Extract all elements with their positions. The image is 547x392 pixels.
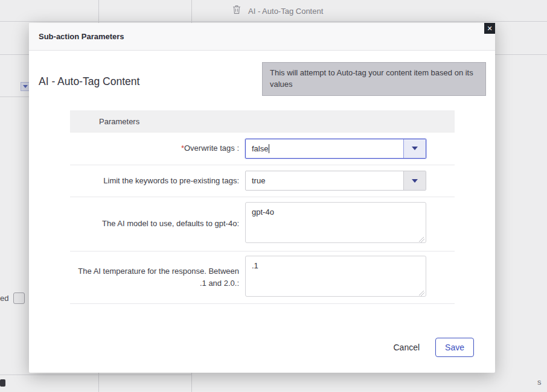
- dialog-header-title: Sub-action Parameters: [39, 32, 124, 41]
- field-label: The AI model to use, defaults to gpt-4o:: [70, 218, 239, 230]
- cancel-button[interactable]: Cancel: [393, 343, 420, 352]
- parameters-section-header: Parameters: [70, 110, 455, 133]
- dialog-footer: Cancel Save: [29, 338, 474, 357]
- parameters-section: Parameters *Overwrite tags : false Limit…: [70, 110, 455, 304]
- chevron-down-icon: [412, 179, 418, 183]
- info-message: This will attempt to Auto-tag your conte…: [262, 62, 486, 96]
- page-title: AI - Auto-Tag Content: [39, 75, 139, 88]
- field-label: *Overwrite tags :: [70, 142, 239, 154]
- dialog-title-row: AI - Auto-Tag Content This will attempt …: [39, 62, 486, 96]
- field-label: The AI temperature for the response. Bet…: [70, 265, 239, 289]
- select-value: true: [246, 171, 403, 190]
- field-row-temperature: The AI temperature for the response. Bet…: [70, 251, 455, 304]
- limit-keywords-select[interactable]: true: [245, 171, 426, 191]
- dropdown-button[interactable]: [403, 139, 426, 158]
- overwrite-tags-select[interactable]: false: [245, 139, 426, 159]
- field-row-ai-model: The AI model to use, defaults to gpt-4o:…: [70, 197, 455, 251]
- chevron-down-icon: [412, 147, 418, 150]
- field-row-overwrite-tags: *Overwrite tags : false: [70, 133, 455, 165]
- dialog-header: Sub-action Parameters ✕: [29, 23, 495, 51]
- ai-model-textarea[interactable]: gpt-4o: [245, 202, 426, 243]
- temperature-textarea[interactable]: .1: [245, 256, 426, 297]
- field-label: Limit the keywords to pre-existing tags:: [70, 175, 239, 187]
- save-button[interactable]: Save: [435, 338, 474, 357]
- dropdown-button[interactable]: [403, 171, 426, 190]
- field-row-limit-keywords: Limit the keywords to pre-existing tags:…: [70, 165, 455, 197]
- page: AI - Auto-Tag Content ed s Sub-action Pa…: [0, 0, 547, 392]
- text-cursor: [269, 144, 269, 153]
- sub-action-parameters-dialog: Sub-action Parameters ✕ AI - Auto-Tag Co…: [29, 23, 495, 373]
- select-value: false: [252, 144, 268, 153]
- close-icon[interactable]: ✕: [484, 23, 495, 34]
